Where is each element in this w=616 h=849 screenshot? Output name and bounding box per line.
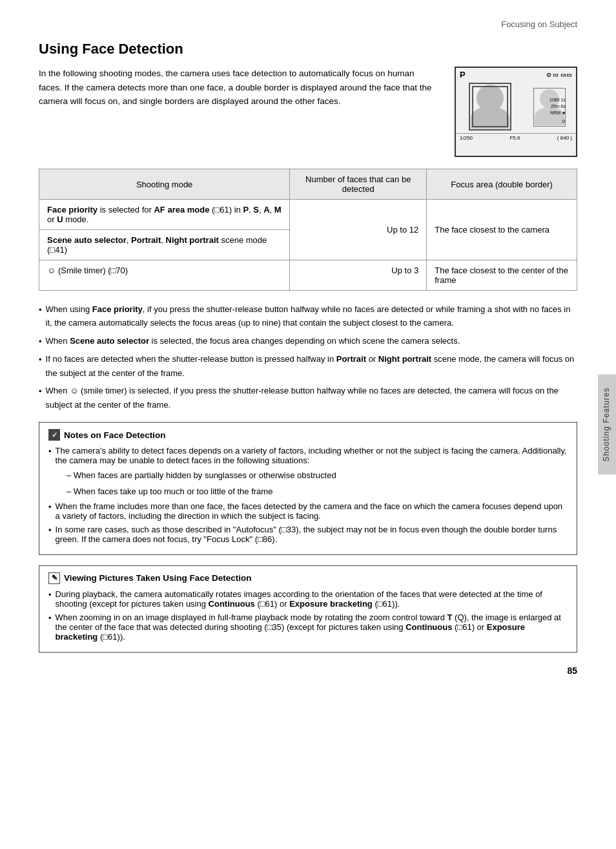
sub-bullet: When faces take up too much or too littl…: [67, 485, 568, 499]
table-header-count: Number of faces that can be detected: [290, 169, 427, 200]
cam-right-info: 1080 1s 25m 0s NRM ★ ⊙: [549, 97, 566, 125]
page: Focusing on Subject Using Face Detection…: [0, 0, 616, 849]
viewing-bullet-text: When zooming in on an image displayed in…: [56, 613, 568, 642]
table-cell-count: Up to 12: [290, 200, 427, 260]
viewing-title: ✎ Viewing Pictures Taken Using Face Dete…: [48, 572, 568, 584]
cam-bottom-bar: 1/250 F5.6 ( 840 ): [456, 133, 576, 142]
cam-icons: ⊙ ▭ ▭▭: [546, 72, 572, 78]
table-header-mode: Shooting mode: [39, 169, 290, 200]
camera-display: P ⊙ ▭ ▭▭: [455, 67, 577, 157]
table-cell-focus: The face closest to the camera: [427, 200, 577, 260]
notes-box: ✓ Notes on Face Detection • The camera's…: [39, 422, 577, 555]
bullet-dot: •: [39, 335, 42, 348]
notes-bullet-text: When the frame includes more than one fa…: [56, 501, 568, 521]
bullet-section: • When using Face priority, if you press…: [39, 302, 577, 412]
table-cell-mode: Face priority is selected for AF area mo…: [39, 200, 290, 230]
pencil-icon: ✎: [48, 572, 60, 584]
notes-bullet-text: In some rare cases, such as those descri…: [56, 525, 568, 544]
bullet-item: • When using Face priority, if you press…: [39, 302, 577, 330]
bullet-dot: •: [48, 446, 52, 456]
viewing-bullet-item: • When zooming in on an image displayed …: [48, 613, 568, 642]
bullet-item: • If no faces are detected when the shut…: [39, 352, 577, 380]
check-icon: ✓: [48, 429, 60, 441]
notes-bullet-text: The camera's ability to detect faces dep…: [56, 446, 568, 465]
table-cell-count3: Up to 3: [290, 260, 427, 291]
table-row: Face priority is selected for AF area mo…: [39, 200, 577, 230]
bullet-dot: •: [39, 303, 42, 317]
sub-bullet: When faces are partially hidden by sungl…: [67, 469, 568, 483]
section-title: Using Face Detection: [39, 41, 577, 58]
table-row: ☺ (Smile timer) (□70) Up to 3 The face c…: [39, 260, 577, 291]
viewing-bullet-text: During playback, the camera automaticall…: [56, 589, 568, 609]
bullet-dot: •: [39, 384, 42, 398]
bullet-text: If no faces are detected when the shutte…: [46, 352, 577, 380]
table-cell-mode2: Scene auto selector, Portrait, Night por…: [39, 230, 290, 260]
bullet-text: When Scene auto selector is selected, th…: [46, 334, 460, 348]
bullet-item: • When Scene auto selector is selected, …: [39, 334, 577, 348]
page-number: 85: [39, 666, 577, 676]
intro-text: In the following shooting modes, the cam…: [39, 67, 439, 109]
bullet-item: • When ☺ (smile timer) is selected, if y…: [39, 384, 577, 412]
notes-bullet-item: • When the frame includes more than one …: [48, 501, 568, 521]
intro-area: In the following shooting modes, the cam…: [39, 67, 577, 157]
notes-bullet-item: • The camera's ability to detect faces d…: [48, 446, 568, 465]
cam-iso: ( 840 ): [557, 135, 572, 141]
side-tab: Shooting Features: [598, 374, 616, 474]
bullet-text: When using Face priority, if you press t…: [46, 302, 577, 330]
bullet-dot: •: [48, 613, 52, 623]
table-cell-focus3: The face closest to the center of the fr…: [427, 260, 577, 291]
bullet-dot: •: [48, 502, 52, 512]
header-title: Focusing on Subject: [501, 19, 577, 29]
bullet-dot: •: [48, 525, 52, 535]
cam-face-area: 1080 1s 25m 0s NRM ★ ⊙: [456, 81, 576, 133]
page-header: Focusing on Subject: [39, 19, 577, 29]
viewing-bullet-item: • During playback, the camera automatica…: [48, 589, 568, 609]
cam-mode: P: [460, 70, 466, 79]
viewing-box: ✎ Viewing Pictures Taken Using Face Dete…: [39, 565, 577, 653]
bullet-dot: •: [39, 353, 42, 366]
notes-bullet-item: • In some rare cases, such as those desc…: [48, 525, 568, 544]
cam-aperture: F5.6: [509, 135, 520, 141]
bullet-text: When ☺ (smile timer) is selected, if you…: [46, 384, 577, 412]
bullet-dot: •: [48, 590, 52, 600]
cam-shutter: 1/250: [460, 135, 473, 141]
table-cell-mode3: ☺ (Smile timer) (□70): [39, 260, 290, 291]
table-header-focus: Focus area (double border): [427, 169, 577, 200]
features-table: Shooting mode Number of faces that can b…: [39, 169, 577, 291]
notes-title: ✓ Notes on Face Detection: [48, 429, 568, 441]
